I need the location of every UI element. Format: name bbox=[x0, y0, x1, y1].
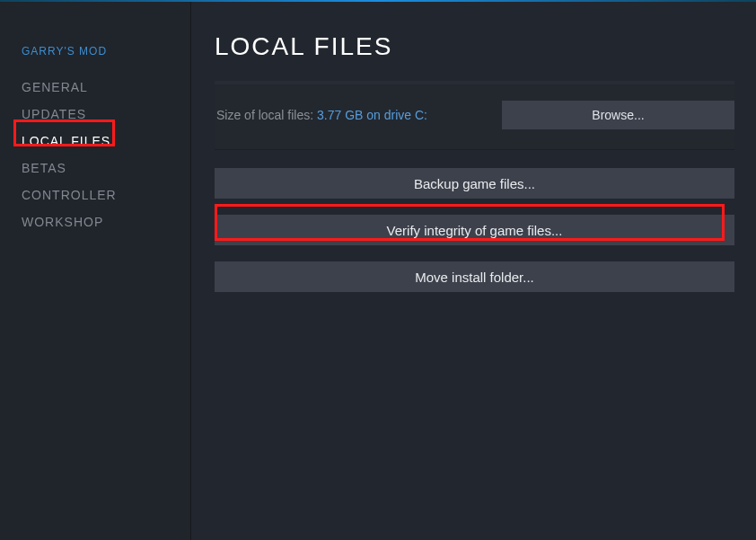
annotation-highlight-sidebar bbox=[13, 120, 115, 146]
sidebar-item-workshop[interactable]: WORKSHOP bbox=[0, 208, 190, 235]
divider bbox=[215, 81, 734, 84]
file-size-text: Size of local files: 3.77 GB on drive C: bbox=[215, 108, 427, 122]
page-title: LOCAL FILES bbox=[215, 32, 734, 61]
move-button[interactable]: Move install folder... bbox=[215, 261, 734, 292]
move-button-label: Move install folder... bbox=[415, 270, 534, 285]
sidebar: GARRY'S MOD GENERAL UPDATES LOCAL FILES … bbox=[0, 2, 191, 540]
sidebar-item-label: GENERAL bbox=[22, 80, 88, 94]
sidebar-item-label: CONTROLLER bbox=[22, 188, 117, 202]
sidebar-item-label: BETAS bbox=[22, 161, 66, 175]
file-size-value[interactable]: 3.77 GB on drive C: bbox=[317, 108, 427, 122]
sidebar-game-title: GARRY'S MOD bbox=[0, 23, 190, 74]
sidebar-items: GENERAL UPDATES LOCAL FILES BETAS CONTRO… bbox=[0, 74, 190, 235]
backup-button[interactable]: Backup game files... bbox=[215, 168, 734, 199]
sidebar-item-general[interactable]: GENERAL bbox=[0, 74, 190, 101]
sidebar-item-betas[interactable]: BETAS bbox=[0, 155, 190, 181]
browse-button[interactable]: Browse... bbox=[502, 101, 734, 129]
browse-button-label: Browse... bbox=[592, 108, 644, 122]
backup-button-label: Backup game files... bbox=[414, 176, 535, 191]
main-content: LOCAL FILES Size of local files: 3.77 GB… bbox=[191, 2, 756, 540]
file-size-label: Size of local files: bbox=[216, 108, 317, 122]
file-info-row: Size of local files: 3.77 GB on drive C:… bbox=[215, 86, 734, 150]
sidebar-item-label: WORKSHOP bbox=[22, 215, 103, 229]
sidebar-item-controller[interactable]: CONTROLLER bbox=[0, 181, 190, 208]
annotation-highlight-verify bbox=[215, 204, 725, 241]
